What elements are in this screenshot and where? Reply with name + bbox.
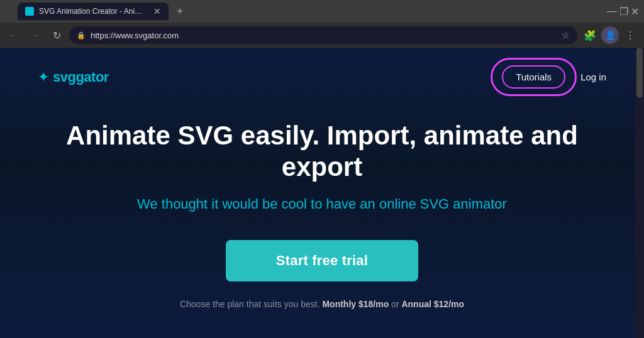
login-button[interactable]: Log in [580,72,606,82]
maximize-button[interactable]: ❐ [619,6,628,18]
tab-title: SVG Animation Creator - Anima... [39,7,148,16]
website-content: ✦ svggator Tutorials Log in Animate SVG … [0,48,644,338]
logo-prefix: svg [53,69,75,85]
tab-favicon-icon [25,7,34,16]
menu-button[interactable]: ⋮ [621,26,639,44]
site-header: ✦ svggator Tutorials Log in [0,48,644,89]
address-text: https://www.svgator.com [91,31,557,40]
back-button[interactable]: ← [5,26,23,44]
close-button[interactable]: ✕ [631,6,639,18]
logo-icon: ✦ [38,69,49,85]
pricing-monthly: Monthly $18/mo [322,299,389,309]
refresh-button[interactable]: ↻ [48,26,65,44]
tab-bar: SVG Animation Creator - Anima... ✕ + — ❐… [0,0,644,23]
minimize-button[interactable]: — [607,6,617,17]
new-tab-button[interactable]: + [171,3,189,20]
browser-chrome: SVG Animation Creator - Anima... ✕ + — ❐… [0,0,644,48]
pricing-annual: Annual $12/mo [401,299,464,309]
scrollbar-thumb[interactable] [636,48,643,98]
active-tab[interactable]: SVG Animation Creator - Anima... ✕ [18,3,169,20]
nav-actions: 🧩 👤 ⋮ [581,26,639,44]
tutorials-wrapper: Tutorials [502,65,565,89]
hero-subtitle: We thought it would be cool to have an o… [137,196,507,212]
cta-button[interactable]: Start free trial [226,240,418,281]
logo-text: svggator [53,69,109,85]
tab-close-icon[interactable]: ✕ [153,6,161,16]
header-nav: Tutorials Log in [502,65,606,89]
scrollbar[interactable] [635,48,644,338]
tutorials-button[interactable]: Tutorials [502,65,565,89]
pricing-note: Choose the plan that suits you best. Mon… [180,299,464,309]
logo[interactable]: ✦ svggator [38,69,109,85]
hero-title: Animate SVG easily. Import, animate and … [39,120,605,183]
extensions-button[interactable]: 🧩 [581,26,599,44]
profile-button[interactable]: 👤 [601,26,619,44]
address-bar[interactable]: 🔒 https://www.svgator.com ☆ [69,26,577,44]
hero-section: Animate SVG easily. Import, animate and … [0,89,644,309]
forward-button[interactable]: → [26,26,44,44]
bookmark-icon[interactable]: ☆ [562,30,570,40]
lock-icon: 🔒 [77,31,86,40]
nav-bar: ← → ↻ 🔒 https://www.svgator.com ☆ 🧩 👤 ⋮ [0,23,644,48]
logo-suffix: gator [75,69,109,85]
